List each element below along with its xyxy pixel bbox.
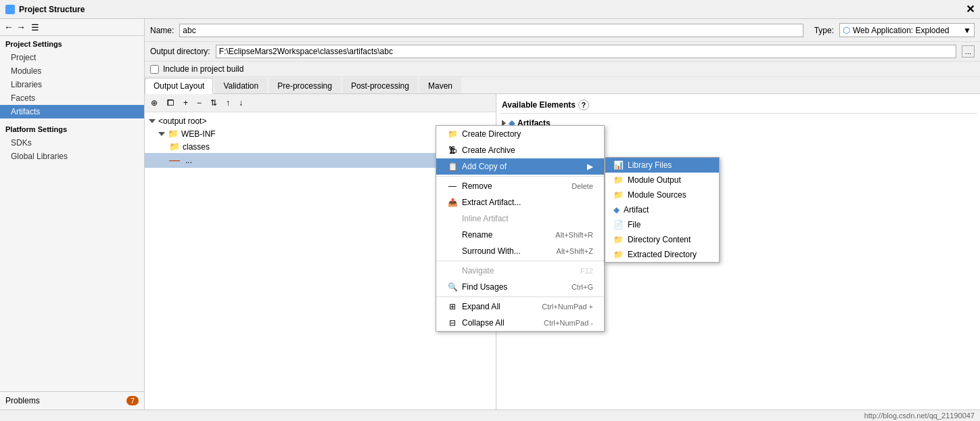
ctx-collapse-all[interactable]: ⊟ Collapse All Ctrl+NumPad - (436, 315, 604, 331)
folder-icon-webinf: 📁 (168, 129, 179, 139)
type-dropdown-arrow: ▼ (963, 26, 971, 35)
arrow-down-icon (149, 119, 156, 123)
folder-icon-menu: 📁 (447, 129, 458, 139)
tab-output-layout[interactable]: Output Layout (145, 78, 213, 94)
ctx-create-directory[interactable]: 📁 Create Directory (436, 126, 604, 142)
title-bar: Project Structure ✕ (0, 0, 980, 19)
minus-icon-menu: — (447, 181, 458, 192)
forward-button[interactable]: → (16, 22, 26, 32)
sidebar-item-facets[interactable]: Facets (0, 91, 144, 105)
back-button[interactable]: ← (4, 22, 14, 32)
output-dir-row: Output directory: ... (145, 42, 980, 62)
type-label: Type: (814, 26, 834, 35)
available-elements-header: Available Elements ? (499, 97, 977, 114)
extract-icon-menu: 📤 (447, 197, 458, 208)
dots-label: ... (185, 156, 192, 165)
output-dir-browse-button[interactable]: ... (962, 45, 975, 58)
status-text: http://blog.csdn.net/qq_21190047 (864, 412, 975, 420)
copy-icon-menu: 📋 (447, 161, 458, 172)
atb-up-button[interactable]: ↑ (223, 96, 233, 110)
submenu-arrow: ▶ (587, 162, 593, 171)
remove-icon: — (169, 154, 180, 167)
ctx-expand-all[interactable]: ⊞ Expand All Ctrl+NumPad + (436, 298, 604, 315)
atb-minus-button[interactable]: − (193, 96, 205, 110)
root-label: <output root> (158, 116, 206, 126)
ctx-sep-2 (436, 261, 604, 261)
ctx-add-copy-of[interactable]: 📋 Add Copy of ▶ (436, 158, 604, 175)
sub-ctx-file[interactable]: 📄 File (605, 217, 719, 232)
web-app-icon: ⬡ (843, 25, 850, 35)
problems-section: Problems 7 (0, 391, 144, 409)
ctx-inline-artifact: Inline Artifact (436, 210, 604, 227)
problems-label: Problems (5, 396, 40, 405)
webinf-label: WEB-INF (181, 129, 216, 139)
ctx-create-archive[interactable]: 🗜 Create Archive (436, 142, 604, 158)
sub-ctx-module-sources[interactable]: 📁 Module Sources (605, 187, 719, 202)
app-icon (5, 5, 15, 14)
problems-badge: 7 (126, 396, 139, 405)
surround-icon-menu (447, 246, 458, 257)
context-menu: 📁 Create Directory 🗜 Create Archive 📋 Ad… (436, 125, 605, 332)
sub-ctx-extracted-directory[interactable]: 📁 Extracted Directory (605, 247, 719, 262)
sidebar-item-project[interactable]: Project (0, 51, 144, 64)
module-sources-icon: 📁 (613, 190, 624, 200)
ctx-remove[interactable]: — Remove Delete (436, 178, 604, 194)
atb-layout-button[interactable]: ⧠ (163, 96, 178, 110)
available-elements-label: Available Elements (502, 100, 576, 110)
folder-icon-classes: 📁 (169, 141, 180, 152)
output-dir-label: Output directory: (150, 47, 210, 56)
name-input[interactable] (179, 24, 803, 37)
collapse-icon-menu: ⊟ (447, 317, 458, 328)
tab-validation[interactable]: Validation (214, 78, 267, 93)
sidebar-item-global-libraries[interactable]: Global Libraries (0, 150, 144, 163)
type-value: Web Application: Exploded (853, 26, 950, 35)
arrow-down-icon2 (158, 132, 165, 136)
help-icon[interactable]: ? (578, 99, 589, 110)
sidebar: ← → ☰ Project Settings Project Modules L… (0, 19, 145, 409)
include-row: Include in project build (145, 62, 980, 77)
ctx-sep-1 (436, 176, 604, 177)
atb-sort-button[interactable]: ⇅ (207, 96, 220, 110)
sub-ctx-artifact[interactable]: ◆ Artifact (605, 202, 719, 217)
sub-context-menu: 📊 Library Files 📁 Module Output 📁 Module… (605, 157, 720, 263)
sidebar-item-libraries[interactable]: Libraries (0, 78, 144, 91)
classes-label: classes (183, 142, 210, 152)
main-split: ⊕ ⧠ + − ⇅ ↑ ↓ <output root> 📁 (145, 94, 980, 409)
ctx-rename[interactable]: Rename Alt+Shift+R (436, 227, 604, 243)
search-icon-menu: 🔍 (447, 282, 458, 292)
tabs-row: Output Layout Validation Pre-processing … (145, 77, 980, 94)
history-button[interactable]: ☰ (31, 22, 39, 32)
expand-icon-menu: ⊞ (447, 301, 458, 312)
artifact-tree-toolbar: ⊕ ⧠ + − ⇅ ↑ ↓ (145, 94, 496, 112)
status-bar: http://blog.csdn.net/qq_21190047 (0, 409, 980, 421)
include-checkbox[interactable] (150, 65, 159, 74)
sidebar-item-modules[interactable]: Modules (0, 64, 144, 78)
detail-area: Name: Type: ⬡ Web Application: Exploded … (145, 19, 980, 409)
type-select[interactable]: ⬡ Web Application: Exploded ▼ (839, 23, 975, 37)
archive-icon-menu: 🗜 (447, 145, 458, 156)
dir-content-icon: 📁 (613, 235, 624, 244)
sidebar-item-artifacts[interactable]: Artifacts (0, 105, 144, 118)
ctx-surround-with[interactable]: Surround With... Alt+Shift+Z (436, 243, 604, 259)
atb-add-button[interactable]: ⊕ (147, 96, 161, 110)
sub-ctx-module-output[interactable]: 📁 Module Output (605, 173, 719, 187)
tab-preprocessing[interactable]: Pre-processing (269, 78, 341, 93)
close-button[interactable]: ✕ (966, 3, 975, 16)
output-dir-input[interactable] (216, 45, 956, 58)
ctx-navigate: Navigate F12 (436, 263, 604, 279)
ctx-find-usages[interactable]: 🔍 Find Usages Ctrl+G (436, 279, 604, 295)
tab-maven[interactable]: Maven (419, 78, 461, 93)
sidebar-item-sdks[interactable]: SDKs (0, 136, 144, 150)
title-bar-text: Project Structure (19, 5, 85, 14)
ctx-extract-artifact[interactable]: 📤 Extract Artifact... (436, 194, 604, 210)
navigate-icon-menu (447, 265, 458, 276)
bar-chart-icon: 📊 (613, 160, 624, 170)
atb-plus-button[interactable]: + (180, 96, 191, 110)
include-label: Include in project build (163, 64, 243, 74)
sub-ctx-directory-content[interactable]: 📁 Directory Content (605, 232, 719, 247)
name-label: Name: (150, 26, 174, 35)
tab-postprocessing[interactable]: Post-processing (342, 78, 418, 93)
artifact-icon: ◆ (613, 205, 620, 215)
sub-ctx-library-files[interactable]: 📊 Library Files (605, 158, 719, 173)
atb-down-button[interactable]: ↓ (235, 96, 246, 110)
